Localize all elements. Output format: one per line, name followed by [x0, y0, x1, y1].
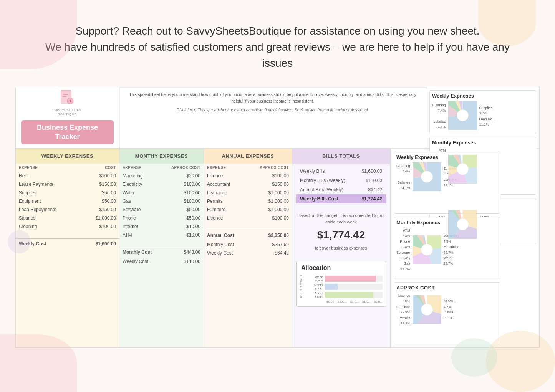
tracker-title: Business Expense Tracker	[21, 120, 114, 144]
weekly-table-row: Lease Payments$150.00	[16, 180, 119, 189]
info-section: This spreadsheet helps you understand ho…	[119, 87, 426, 148]
monthly-total-table: Monthly Cost $440.00 Weekly Cost $110.00	[119, 247, 204, 266]
monthly-table-row: Water$100.00	[119, 189, 204, 197]
svg-point-12	[457, 110, 468, 121]
brand-text: SAVVY SHEETS BOUTIQUE	[53, 108, 81, 116]
svg-point-46	[421, 304, 433, 315]
annual-expenses-section: ANNUAL EXPENSES EXPENSE APPROX COST Lice…	[204, 149, 292, 347]
weekly-total-table: Weekly Cost $1,600.00	[16, 238, 119, 249]
monthly-col-expense: EXPENSE	[119, 164, 156, 172]
weekly-chart-box: Weekly Expneses Cleaning 7.4% Salaries 7…	[429, 90, 536, 134]
approx-pie	[448, 210, 477, 240]
monthly-pie	[448, 155, 477, 185]
weekly-table: EXPENSE COST Rent$100.00Lease Payments$1…	[16, 164, 119, 231]
bar-row-weekly: Weekly Bills	[304, 275, 383, 283]
annual-table: EXPENSE APPROX COST Licence$100.00Accoun…	[204, 164, 292, 222]
svg-point-26	[457, 218, 469, 230]
allocation-chart: BILLS TOTALS Weekly Bills Monthly Bil..	[297, 273, 386, 307]
x-axis: $0.00 $500... $1,0... $1,5... $2,0...	[304, 300, 383, 303]
monthly-side-chart: Monthly Expenses ATM2.3% Phone11.4% Soft…	[394, 217, 500, 279]
bills-totals-table: Weekly Bills$1,600.00Monthly Bills (Week…	[296, 167, 386, 203]
annual-header: ANNUAL EXPENSES	[204, 149, 292, 164]
weekly-pie	[448, 101, 477, 131]
weekly-table-row: Equipment$50.00	[16, 197, 119, 205]
monthly-total-value: $440.00	[171, 247, 204, 258]
svg-rect-1	[63, 93, 68, 93]
annual-weekly-value: $64.42	[253, 249, 292, 257]
charts-side: Weekly Expneses Cleaning7.4% Salaries74.…	[390, 149, 504, 347]
logo-area: SAVVY SHEETS BOUTIQUE	[53, 89, 81, 116]
annual-table-row: Licence$100.00	[204, 172, 292, 180]
weekly-side-chart: Weekly Expneses Cleaning7.4% Salaries74.…	[394, 152, 500, 214]
svg-rect-3	[63, 96, 66, 97]
budget-amount: $1,774.42	[296, 227, 386, 243]
weekly-table-row: Rent$100.00	[16, 172, 119, 180]
monthly-table-row: Electricity$100.00	[119, 180, 204, 189]
monthly-table-row: ATM$10.00	[119, 231, 204, 239]
weekly-table-row: Cleaning$100.00	[16, 222, 119, 231]
annual-col-expense: EXPENSE	[204, 164, 244, 172]
weekly-table-row: Salaries$1,000.00	[16, 214, 119, 222]
weekly-expenses-section: WEEKLY EXPENSES EXPENSE COST Rent$100.00…	[16, 149, 119, 347]
bills-table-row: Weekly Bills$1,600.00	[296, 167, 386, 176]
svg-rect-2	[63, 94, 68, 95]
svg-point-20	[457, 164, 468, 175]
weekly-col-cost: COST	[83, 164, 119, 172]
annual-monthly-label: Monthly Cost	[204, 240, 253, 249]
weekly-chart-title: Weekly Expneses	[432, 93, 533, 99]
info-main-text: This spreadsheet helps you understand ho…	[126, 91, 420, 104]
bills-table-row: Weekly Bills Cost$1,774.42	[296, 194, 386, 203]
monthly-table-row: Software$50.00	[119, 205, 204, 214]
allocation-title: Allocation	[297, 261, 386, 273]
bar-row-monthly: Monthly Bil...	[304, 283, 383, 291]
weekly-legend-left: Cleaning 7.4% Salaries 74.1%	[432, 103, 446, 130]
weekly-table-row: Loan Repayments$150.00	[16, 205, 119, 214]
annual-total-label: Annual Cost	[204, 230, 253, 241]
weekly-total-value: $1,600.00	[83, 239, 119, 249]
bar-row-annual: Annual Bill...	[304, 291, 383, 299]
spreadsheet-container: SAVVY SHEETS BOUTIQUE Business Expense T…	[15, 87, 540, 348]
monthly-table-row: Internet$10.00	[119, 222, 204, 231]
weekly-side-pie	[413, 162, 441, 191]
monthly-side-pie	[413, 235, 441, 264]
weekly-table-row: Supplies$50.00	[16, 189, 119, 197]
annual-table-row: Furniture$1,000.00	[204, 205, 292, 214]
weekly-chart-container: Cleaning 7.4% Salaries 74.1%	[432, 101, 533, 131]
bills-table-row: Annual Bills (Weekly)$64.42	[296, 185, 386, 194]
charts-column: Weekly Expneses Cleaning 7.4% Salaries 7…	[426, 87, 539, 148]
annual-total-value: $3,350.00	[253, 230, 292, 241]
header-line2: We have hundreds of satisfied customers …	[38, 39, 517, 71]
weekly-header: WEEKLY EXPENSES	[16, 149, 119, 164]
annual-col-approx: APPROX COST	[244, 164, 292, 172]
annual-weekly-label: Weekly Cost	[204, 249, 253, 257]
annual-table-row: Permits$1,000.00	[204, 197, 292, 205]
monthly-weekly-label: Weekly Cost	[119, 257, 171, 266]
weekly-total-label: Weekly Cost	[16, 239, 83, 249]
annual-monthly-value: $257.69	[253, 240, 292, 249]
monthly-table-row: Gas$100.00	[119, 197, 204, 205]
monthly-table-row: Marketing$20.00	[119, 172, 204, 180]
annual-table-row: Licence$100.00	[204, 214, 292, 222]
svg-point-40	[421, 244, 432, 256]
allocation-box: Allocation BILLS TOTALS Weekly Bills	[296, 261, 386, 307]
weekly-legend-right: Supplies 3.7% Loan Re... 11.1%	[479, 105, 495, 127]
monthly-table: EXPENSE APPROX COST Marketing$20.00Elect…	[119, 164, 204, 239]
bills-section: BILLS TOTALS Weekly Bills$1,600.00Monthl…	[292, 149, 390, 347]
budget-recommendation: Based on this budget, it is reccomended …	[292, 207, 390, 257]
monthly-total-label: Monthly Cost	[119, 247, 171, 258]
logo-icon	[60, 89, 75, 106]
svg-point-32	[421, 171, 432, 183]
monthly-weekly-value: $110.00	[171, 257, 204, 266]
info-disclaimer: Disclaimer: This spreadsheet does not co…	[126, 107, 420, 113]
bills-table-row: Monthly Bills (Weekly)$110.00	[296, 176, 386, 185]
monthly-table-row: Phone$50.00	[119, 214, 204, 222]
approx-side-pie	[413, 295, 441, 324]
approx-side-chart: APPROX COST Licence3.0% Furniture29.9% P…	[394, 282, 500, 344]
monthly-col-approx: APPROX COST	[156, 164, 204, 172]
bills-header: BILLS TOTALS	[292, 149, 390, 164]
annual-total-table: Annual Cost $3,350.00 Monthly Cost $257.…	[204, 230, 292, 257]
header-section: Support? Reach out to SavvySheetsBoutiqu…	[0, 0, 555, 83]
monthly-header: MONTHY EXPENSES	[119, 149, 204, 164]
annual-table-row: Insurance$1,000.00	[204, 189, 292, 197]
header-line1: Support? Reach out to SavvySheetsBoutiqu…	[38, 23, 517, 39]
